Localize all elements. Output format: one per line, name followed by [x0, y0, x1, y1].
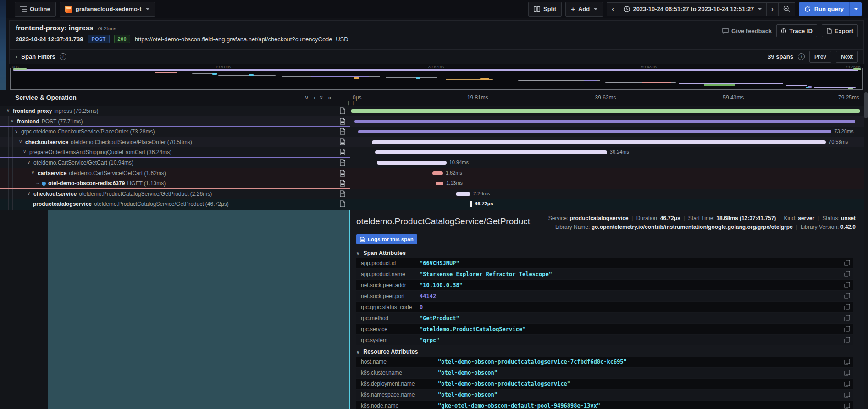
span-duration-bar[interactable] [436, 182, 443, 185]
trace-id-button[interactable]: Trace ID [776, 24, 817, 37]
span-service: frontend-proxy [13, 108, 52, 114]
expand-collapse-chevron[interactable]: ∨ [27, 160, 30, 165]
run-query-options[interactable] [849, 2, 862, 16]
span-detail-meta: Service: productcatalogservice|Duration:… [507, 214, 856, 232]
span-row[interactable]: ∨frontend-proxyingress (79.25ms) [0, 106, 868, 116]
time-range-picker[interactable]: 2023-10-24 06:51:27 to 2023-10-24 12:51:… [619, 2, 767, 16]
span-duration-bar[interactable] [358, 130, 831, 133]
span-logs-icon[interactable] [340, 149, 345, 157]
span-rows: ∨frontend-proxyingress (79.25ms)∨fronten… [0, 106, 868, 210]
span-row[interactable]: ∨checkoutserviceoteldemo.CheckoutService… [0, 137, 868, 148]
logs-for-span-button[interactable]: Logs for this span [356, 234, 417, 244]
collapse-all-icon[interactable]: » [318, 96, 325, 99]
span-logs-icon[interactable] [340, 128, 345, 136]
span-row[interactable]: ∨checkoutserviceoteldemo.ProductCatalogS… [0, 189, 868, 199]
run-query-button[interactable]: Run query [799, 2, 862, 16]
expand-collapse-chevron[interactable]: ∨ [11, 118, 14, 123]
span-duration-bar[interactable] [372, 140, 826, 144]
span-row[interactable]: productcatalogserviceoteldemo.ProductCat… [0, 199, 868, 210]
copy-value-button[interactable] [844, 304, 850, 312]
span-row[interactable]: ∨prepareOrderItemsAndShippingQuoteFromCa… [0, 147, 868, 158]
expand-collapse-chevron[interactable]: ∨ [15, 128, 18, 133]
info-icon[interactable]: i [60, 53, 66, 60]
export-button[interactable]: Export [822, 24, 858, 37]
pane-resize-handle[interactable]: ❘❘ [347, 100, 351, 105]
minimap-span-segment [218, 75, 275, 76]
resource-attributes-header[interactable]: ∨ Resource Attributes [356, 348, 418, 355]
copy-value-button[interactable] [844, 403, 850, 409]
attribute-value: "Starsense Explorer Refractor Telescope" [420, 271, 552, 277]
attribute-row: k8s.node.name"gke-otel-demo-obscon-defau… [356, 401, 853, 409]
datasource-picker[interactable]: grafanacloud-sedemo-t [60, 2, 155, 17]
vertical-scrollbar[interactable] [864, 90, 868, 409]
span-duration-bar[interactable] [375, 150, 607, 154]
span-logs-icon[interactable] [340, 138, 345, 147]
expand-collapse-chevron[interactable]: ∨ [19, 139, 22, 144]
copy-value-button[interactable] [844, 326, 850, 334]
trace-minimap[interactable]: 0μs19.81ms39.62ms59.43ms79.25ms [9, 64, 864, 90]
indent-guide [29, 199, 29, 210]
collapse-one-icon[interactable]: ∨ [304, 94, 309, 101]
minimap-viewport[interactable] [10, 68, 863, 90]
expand-all-icon[interactable]: » [328, 94, 331, 101]
time-shift-forward-button[interactable]: › [767, 2, 778, 16]
span-row-text: oteldemo.CartService/GetCart (10.94ms) [33, 160, 133, 166]
span-service: frontend [17, 118, 39, 125]
add-button[interactable]: + Add [565, 2, 603, 17]
copy-value-button[interactable] [844, 370, 850, 377]
span-logs-icon[interactable] [340, 200, 345, 209]
span-row[interactable]: ∨cartserviceoteldemo.CartService/GetCart… [0, 168, 868, 179]
copy-value-button[interactable] [844, 271, 850, 279]
span-logs-icon[interactable] [340, 159, 345, 167]
logs-icon [360, 237, 365, 242]
copy-value-button[interactable] [844, 260, 850, 268]
expand-collapse-chevron[interactable]: ∨ [23, 149, 26, 154]
split-button[interactable]: Split [528, 2, 562, 17]
span-duration-bar[interactable] [351, 109, 860, 113]
copy-value-button[interactable] [844, 359, 850, 366]
span-duration-bar[interactable] [377, 161, 447, 165]
span-row[interactable]: ∨frontendPOST (77.71ms) [0, 116, 868, 127]
zoom-out-time-button[interactable] [779, 2, 795, 16]
attribute-key: app.product.name [361, 271, 420, 277]
span-logs-icon[interactable] [340, 107, 345, 116]
span-logs-icon[interactable] [340, 170, 345, 178]
info-icon[interactable]: i [798, 53, 805, 60]
prev-span-button[interactable]: Prev [809, 51, 831, 63]
copy-value-button[interactable] [844, 293, 850, 301]
span-filters-toggle[interactable]: › Span Filters i [15, 53, 66, 60]
span-attributes-header[interactable]: ∨ Span Attributes [356, 250, 406, 256]
outline-button[interactable]: Outline [15, 2, 56, 17]
expand-collapse-chevron[interactable]: ∨ [6, 108, 10, 113]
span-duration-bar[interactable] [354, 120, 855, 123]
span-duration-bar[interactable] [432, 171, 443, 175]
service-dot-icon [42, 182, 46, 186]
time-shift-back-button[interactable]: ‹ [607, 2, 619, 16]
span-operation: oteldemo.CheckoutService/PlaceOrder (70.… [71, 139, 192, 145]
indent-guide [21, 168, 21, 178]
vertical-scrollbar-thumb[interactable] [864, 92, 868, 118]
copy-value-button[interactable] [844, 282, 850, 290]
give-feedback-button[interactable]: Give feedback [722, 28, 772, 34]
span-duration-bar[interactable] [456, 192, 470, 196]
span-row-label-pane: productcatalogserviceoteldemo.ProductCat… [0, 199, 350, 210]
span-logs-icon[interactable] [340, 190, 345, 199]
span-duration-bar[interactable] [470, 201, 472, 207]
attribute-value: "grpc" [420, 337, 439, 343]
copy-value-button[interactable] [844, 315, 850, 323]
expand-collapse-chevron[interactable]: ∨ [27, 191, 30, 196]
attribute-key: k8s.namespace.name [361, 392, 438, 398]
expand-one-icon[interactable]: › [314, 94, 315, 101]
copy-value-button[interactable] [844, 392, 850, 399]
copy-value-button[interactable] [844, 381, 850, 388]
span-row[interactable]: ∨oteldemo.CartService/GetCart (10.94ms)1… [0, 158, 868, 168]
next-span-button[interactable]: Next [836, 51, 858, 63]
copy-value-button[interactable] [844, 337, 850, 345]
span-row[interactable]: ∨grpc.oteldemo.CheckoutService/PlaceOrde… [0, 127, 868, 137]
span-logs-icon[interactable] [340, 118, 345, 126]
span-row[interactable]: →otel-demo-obscon-redis:6379HGET (1.13ms… [0, 178, 868, 189]
meta-value: go.opentelemetry.io/contrib/instrumentat… [592, 224, 793, 230]
attribute-row: rpc.service"oteldemo.ProductCatalogServi… [356, 324, 853, 334]
span-logs-icon[interactable] [340, 180, 345, 188]
expand-collapse-chevron[interactable]: ∨ [31, 170, 34, 175]
